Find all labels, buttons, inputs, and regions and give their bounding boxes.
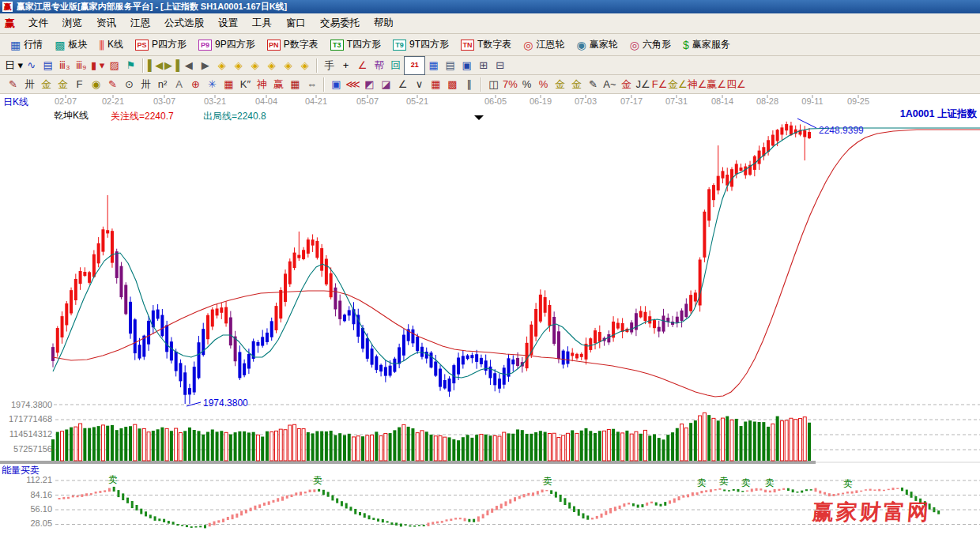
draw-target-red[interactable]: ⊕ — [187, 77, 204, 92]
nav-pan-hand[interactable]: 手 — [321, 58, 337, 73]
nav-next-bar[interactable]: ▶ — [197, 58, 213, 73]
menu-item-文件[interactable]: 文件 — [21, 14, 55, 32]
nav-crosshair[interactable]: + — [337, 58, 354, 73]
menu-item-工具[interactable]: 工具 — [245, 14, 279, 32]
nav-first-bar[interactable]: ▌◀ — [147, 58, 164, 73]
draw-parallel-lines[interactable]: ∥ — [461, 77, 477, 92]
nav-last-bar[interactable]: ▶▐ — [164, 58, 180, 73]
draw-a-wave[interactable]: A~ — [601, 77, 618, 92]
draw-si-angle[interactable]: 四∠ — [726, 77, 746, 92]
menu-item-窗口[interactable]: 窗口 — [279, 14, 313, 32]
draw-grid-123[interactable]: ▦ — [287, 77, 303, 92]
draw-j-angle[interactable]: J∠ — [635, 77, 651, 92]
draw-gold-circle[interactable]: 金 — [552, 77, 568, 92]
toolbar-button-winner-service[interactable]: $赢家服务 — [677, 36, 736, 53]
draw-gold-angle[interactable]: 金∠ — [668, 77, 688, 92]
nav-report[interactable]: ▤ — [442, 58, 458, 73]
draw-pencil-2[interactable]: ✎ — [585, 77, 601, 92]
nav-gann-helper[interactable]: 帮 — [371, 58, 387, 73]
draw-box-x[interactable]: ◪ — [378, 77, 394, 92]
draw-pencil-red[interactable]: ✎ — [104, 77, 121, 92]
toolbar-button-quote[interactable]: ▦行情 — [5, 36, 48, 53]
toolbar-button-sector[interactable]: ▩板块 — [49, 36, 92, 53]
draw-ying-tool[interactable]: 赢 — [270, 77, 287, 92]
nav-wave-tool[interactable]: ∿ — [23, 58, 40, 73]
nav-bars-9[interactable]: ⅲ₉ — [73, 58, 89, 73]
toolbar-button-p-square[interactable]: PSP四方形 — [130, 36, 192, 53]
draw-grid-red[interactable]: ▦ — [220, 77, 237, 92]
draw-zigzag[interactable]: ∨ — [411, 77, 428, 92]
nav-diamond-expand[interactable]: ◈ — [247, 58, 263, 73]
draw-web[interactable]: ✳ — [204, 77, 220, 92]
menu-item-浏览[interactable]: 浏览 — [55, 14, 89, 32]
draw-box-select[interactable]: ▣ — [328, 77, 345, 92]
draw-shen-angle[interactable]: 神∠ — [688, 77, 707, 92]
draw-percent-line[interactable]: % — [535, 77, 552, 92]
draw-spiral[interactable]: ◉ — [88, 77, 104, 92]
draw-span-arrows[interactable]: ⇔ — [303, 77, 320, 92]
draw-pencil[interactable]: ✎ — [5, 77, 21, 92]
candle-body — [616, 323, 620, 329]
nav-candle-dropdown[interactable]: ▮ ▾ — [89, 58, 106, 73]
menu-item-帮助[interactable]: 帮助 — [367, 14, 401, 32]
menu-item-公式选股[interactable]: 公式选股 — [157, 14, 211, 32]
nav-diamond-left-right[interactable]: ◈ — [213, 58, 230, 73]
nav-calendar-21[interactable]: 21 — [404, 56, 425, 75]
draw-golden-section-2[interactable]: 金 — [55, 77, 71, 92]
candle-body — [712, 185, 715, 200]
menu-item-设置[interactable]: 设置 — [211, 14, 245, 32]
nav-period-day-dropdown[interactable]: 日 ▾ — [5, 58, 23, 73]
draw-mirror[interactable]: A — [171, 77, 187, 92]
nav-save[interactable]: ▣ — [458, 58, 475, 73]
nav-angle-measure[interactable]: ∠ — [354, 58, 371, 73]
nav-export[interactable]: ⊞ — [475, 58, 492, 73]
toolbar-button-kline[interactable]: ⫼K线 — [93, 36, 128, 53]
nav-diamond-star-2[interactable]: ◈ — [296, 58, 313, 73]
draw-percent[interactable]: % — [518, 77, 535, 92]
toolbar-button-p-digit-table[interactable]: PNP数字表 — [262, 36, 324, 53]
draw-k-mark[interactable]: K″ — [237, 77, 254, 92]
nav-pattern-grid[interactable]: ▨ — [106, 58, 122, 73]
nav-prev-bar[interactable]: ◀ — [180, 58, 197, 73]
draw-f-angle[interactable]: F∠ — [651, 77, 668, 92]
nav-bars-3[interactable]: ⅲ₃ — [56, 58, 73, 73]
nav-diamond-star[interactable]: ◈ — [280, 58, 296, 73]
draw-gold-red-line[interactable]: 金 — [618, 77, 635, 92]
toolbar-button-gann-wheel[interactable]: ◎江恩轮 — [518, 36, 570, 53]
draw-ying-angle[interactable]: 赢∠ — [707, 77, 726, 92]
nav-calculator[interactable]: ▦ — [425, 58, 442, 73]
menu-item-交易委托[interactable]: 交易委托 — [313, 14, 367, 32]
draw-grid-red-3[interactable]: ▩ — [444, 77, 461, 92]
nav-maze-analysis[interactable]: 回 — [387, 58, 404, 73]
draw-fibonacci[interactable]: F — [71, 77, 88, 92]
nav-diamond-right[interactable]: ◈ — [230, 58, 247, 73]
draw-trend-angle[interactable]: ∠ — [394, 77, 411, 92]
toolbar-button-t-square[interactable]: T3T四方形 — [325, 36, 386, 53]
menu-item-资讯[interactable]: 资讯 — [89, 14, 123, 32]
volume-bar-down — [389, 433, 392, 461]
draw-time-hatch[interactable]: 卅 — [138, 77, 154, 92]
toolbar-button-t-digit-table[interactable]: TNT数字表 — [455, 36, 517, 53]
nav-print[interactable]: ⊟ — [492, 58, 508, 73]
toolbar-button-9p-square[interactable]: P99P四方形 — [193, 36, 261, 53]
draw-n-square[interactable]: n² — [154, 77, 171, 92]
draw-seven-percent[interactable]: 7% — [502, 77, 518, 92]
toolbar-button-hexagon[interactable]: ◎六角形 — [624, 36, 677, 53]
draw-box-fan[interactable]: ◩ — [361, 77, 378, 92]
volume-bar-down — [238, 431, 241, 461]
draw-shen-tool[interactable]: 神 — [254, 77, 270, 92]
draw-fan-lines[interactable]: ⋘ — [345, 77, 361, 92]
nav-flag[interactable]: ⚑ — [122, 58, 139, 73]
toolbar-button-9t-square[interactable]: T99T四方形 — [387, 36, 454, 53]
chart-plot[interactable] — [0, 94, 980, 535]
draw-chart-percent[interactable]: ◫ — [485, 77, 502, 92]
draw-gold-line[interactable]: 金 — [568, 77, 585, 92]
menu-item-江恩[interactable]: 江恩 — [123, 14, 157, 32]
draw-cycle-circle[interactable]: ⊙ — [121, 77, 138, 92]
toolbar-button-winner-wheel[interactable]: ◉赢家轮 — [571, 36, 624, 53]
draw-hatch-lines[interactable]: 卅 — [21, 77, 38, 92]
nav-diamond-compress[interactable]: ◈ — [263, 58, 280, 73]
draw-golden-section[interactable]: 金 — [38, 77, 55, 92]
nav-clipboard[interactable]: ▤ — [40, 58, 56, 73]
draw-grid-red-2[interactable]: ▦ — [428, 77, 444, 92]
